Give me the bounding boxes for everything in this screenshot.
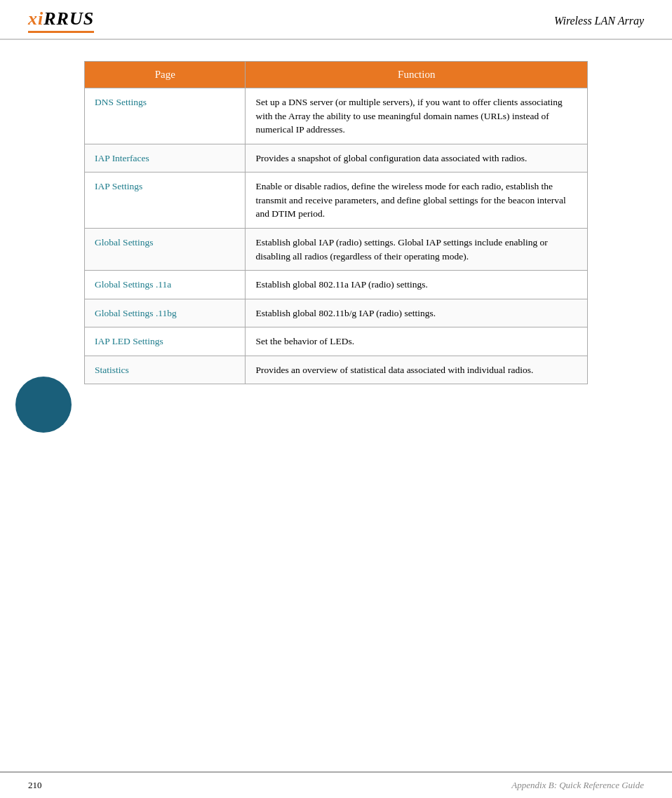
table-cell-page: Statistics [85, 356, 246, 384]
page-footer: 210 Appendix B: Quick Reference Guide [0, 771, 672, 798]
table-cell-page: Global Settings .11a [85, 271, 246, 299]
logo-underline [28, 31, 94, 33]
logo-rrus: RRUS [43, 8, 94, 29]
table-row: DNS SettingsSet up a DNS server (or mult… [85, 88, 588, 144]
table-row: Global SettingsEstablish global IAP (rad… [85, 228, 588, 270]
table-cell-function: Provides an overview of statistical data… [246, 356, 588, 384]
table-cell-page: IAP Interfaces [85, 144, 246, 173]
logo: xiRRUS [28, 8, 94, 33]
reference-table: Page Function DNS SettingsSet up a DNS s… [84, 61, 588, 384]
table-cell-page: IAP LED Settings [85, 327, 246, 356]
table-row: IAP InterfacesProvides a snapshot of glo… [85, 144, 588, 173]
table-cell-function: Set up a DNS server (or multiple servers… [246, 88, 588, 144]
table-cell-function: Establish global 802.11a IAP (radio) set… [246, 271, 588, 299]
decorative-circle [15, 377, 72, 433]
table-cell-page: Global Settings .11bg [85, 299, 246, 327]
table-cell-function: Set the behavior of LEDs. [246, 327, 588, 356]
table-row: StatisticsProvides an overview of statis… [85, 356, 588, 384]
table-cell-page: Global Settings [85, 228, 246, 270]
table-row: IAP SettingsEnable or disable radios, de… [85, 173, 588, 229]
table-cell-function: Establish global 802.11b/g IAP (radio) s… [246, 299, 588, 327]
main-content: Page Function DNS SettingsSet up a DNS s… [0, 40, 672, 405]
table-row: Global Settings .11aEstablish global 802… [85, 271, 588, 299]
table-cell-function: Enable or disable radios, define the wir… [246, 173, 588, 229]
footer-page-number: 210 [28, 780, 42, 791]
table-cell-function: Provides a snapshot of global configurat… [246, 144, 588, 173]
table-cell-function: Establish global IAP (radio) settings. G… [246, 228, 588, 270]
page-header: xiRRUS Wireless LAN Array [0, 0, 672, 40]
col-header-function: Function [246, 62, 588, 88]
table-cell-page: IAP Settings [85, 173, 246, 229]
header-title: Wireless LAN Array [554, 15, 644, 27]
table-cell-page: DNS Settings [85, 88, 246, 144]
table-row: Global Settings .11bgEstablish global 80… [85, 299, 588, 327]
logo-xi: xi [28, 8, 43, 29]
table-row: IAP LED SettingsSet the behavior of LEDs… [85, 327, 588, 356]
footer-guide-label: Appendix B: Quick Reference Guide [511, 780, 644, 791]
col-header-page: Page [85, 62, 246, 88]
